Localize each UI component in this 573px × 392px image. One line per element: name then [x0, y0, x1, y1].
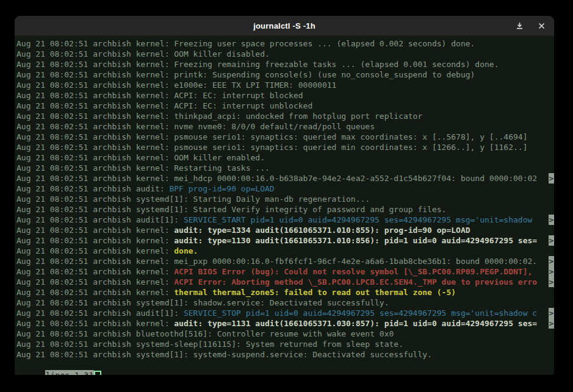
log-segment: Aug 21 08:02:51 archbish systemd[1]: Sta…: [16, 194, 370, 204]
log-segment: Aug 21 08:02:51 archbish systemd[1]: sha…: [16, 298, 389, 307]
log-line: Aug 21 08:02:51 archbish kernel: ACPI Er…: [16, 277, 554, 287]
log-line: Aug 21 08:02:51 archbish kernel: audit: …: [16, 318, 554, 329]
log-line: Aug 21 08:02:51 archbish kernel: ACPI: E…: [16, 101, 554, 111]
log-segment: Aug 21 08:02:51 archbish kernel:: [16, 288, 174, 297]
log-segment: Aug 21 08:02:51 archbish kernel:: [16, 267, 174, 276]
log-segment: Aug 21 08:02:51 archbish kernel:: [16, 226, 174, 235]
download-icon: [516, 22, 524, 30]
log-line: Aug 21 08:02:51 archbish systemd[1]: sys…: [16, 349, 554, 360]
log-segment: Aug 21 08:02:51 archbish kernel:: [16, 246, 174, 255]
log-segment: Aug 21 08:02:51 archbish audit[1]:: [16, 215, 184, 224]
truncation-marker: >: [549, 215, 554, 225]
log-line: Aug 21 08:02:51 archbish kernel: Freezin…: [16, 59, 554, 69]
log-segment: done.: [174, 246, 198, 255]
log-segment: Aug 21 08:02:51 archbish audit:: [16, 184, 169, 193]
log-segment: Aug 21 08:02:51 archbish bluetoothd[516]…: [16, 329, 394, 338]
log-line: Aug 21 08:02:51 archbish audit: BPF prog…: [16, 184, 554, 194]
log-segment: audit: type=1131 audit(1661065371.030:85…: [174, 319, 537, 328]
log-segment: ACPI Error: Aborting method \_SB.PC00.LP…: [174, 277, 537, 287]
truncation-marker: >: [549, 235, 554, 246]
terminal-output: Aug 21 08:02:51 archbish kernel: Freezin…: [16, 38, 554, 360]
log-segment: Aug 21 08:02:51 archbish kernel: OOM kil…: [16, 153, 265, 162]
log-line: Aug 21 08:02:51 archbish kernel: audit: …: [16, 235, 554, 246]
log-line: Aug 21 08:02:51 archbish kernel: done.: [16, 246, 554, 256]
truncation-marker: >: [549, 266, 554, 277]
log-line: Aug 21 08:02:51 archbish kernel: printk:…: [16, 69, 554, 80]
log-line: Aug 21 08:02:51 archbish kernel: OOM kil…: [16, 152, 554, 163]
log-line: Aug 21 08:02:51 archbish kernel: Restart…: [16, 163, 554, 173]
log-segment: Aug 21 08:02:51 archbish kernel: psmouse…: [16, 143, 527, 152]
log-segment: Aug 21 08:02:51 archbish kernel: printk:…: [16, 70, 475, 79]
titlebar-buttons: [513, 16, 548, 35]
log-segment: Aug 21 08:02:51 archbish audit[1]:: [16, 308, 184, 318]
log-line: Aug 21 08:02:51 archbish kernel: thermal…: [16, 287, 554, 298]
log-line: Aug 21 08:02:51 archbish kernel: thinkpa…: [16, 111, 554, 121]
log-segment: Aug 21 08:02:51 archbish kernel: mei_hdc…: [16, 174, 537, 183]
cursor: [94, 371, 101, 375]
log-line: Aug 21 08:02:51 archbish kernel: psmouse…: [16, 132, 554, 142]
log-segment: Aug 21 08:02:51 archbish kernel:: [16, 319, 174, 328]
log-segment: Aug 21 08:02:51 archbish systemd-sleep[1…: [16, 340, 403, 349]
log-line: Aug 21 08:02:51 archbish kernel: mei_pxp…: [16, 256, 554, 266]
pager-status: lines 1-31: [45, 370, 94, 375]
log-segment: thermal thermal_zone5: failed to read ou…: [174, 288, 456, 297]
terminal-window: journalctl -S -1h Aug 21 08:02:51 archbi…: [15, 16, 554, 375]
log-segment: Aug 21 08:02:51 archbish kernel: psmouse…: [16, 132, 527, 141]
download-button[interactable]: [513, 19, 526, 32]
log-segment: Aug 21 08:02:51 archbish kernel: thinkpa…: [16, 112, 422, 121]
log-segment: Aug 21 08:02:51 archbish kernel: OOM kil…: [16, 49, 270, 59]
log-line: Aug 21 08:02:51 archbish kernel: ACPI BI…: [16, 266, 554, 277]
log-segment: ACPI BIOS Error (bug): Could not resolve…: [174, 267, 537, 276]
log-segment: Aug 21 08:02:51 archbish kernel: nvme nv…: [16, 122, 375, 131]
close-icon: [538, 23, 545, 29]
pager-status-row: lines 1-31: [16, 360, 554, 370]
log-segment: audit: type=1334 audit(1661065371.010:85…: [174, 226, 470, 235]
log-segment: Aug 21 08:02:51 archbish kernel: Restart…: [16, 163, 270, 173]
log-line: Aug 21 08:02:51 archbish kernel: ACPI: E…: [16, 90, 554, 101]
titlebar[interactable]: journalctl -S -1h: [15, 16, 554, 36]
log-segment: Aug 21 08:02:51 archbish kernel: e1000e:…: [16, 80, 336, 90]
log-line: Aug 21 08:02:51 archbish kernel: mei_hdc…: [16, 173, 554, 184]
truncation-marker: >: [549, 256, 554, 266]
log-line: Aug 21 08:02:51 archbish kernel: e1000e:…: [16, 80, 554, 90]
truncation-marker: >: [549, 308, 554, 318]
log-line: Aug 21 08:02:51 archbish kernel: psmouse…: [16, 142, 554, 152]
log-segment: SERVICE_START pid=1 uid=0 auid=429496729…: [184, 215, 537, 224]
log-segment: Aug 21 08:02:51 archbish kernel:: [16, 236, 174, 245]
log-line: Aug 21 08:02:51 archbish audit[1]: SERVI…: [16, 308, 554, 318]
log-segment: audit: type=1130 audit(1661065371.010:85…: [174, 236, 537, 245]
window-title: journalctl -S -1h: [253, 21, 315, 30]
log-segment: Aug 21 08:02:51 archbish systemd[1]: Sta…: [16, 205, 446, 214]
terminal-content[interactable]: Aug 21 08:02:51 archbish kernel: Freezin…: [15, 36, 554, 375]
log-line: Aug 21 08:02:51 archbish systemd[1]: Sta…: [16, 204, 554, 215]
log-line: Aug 21 08:02:51 archbish systemd[1]: sha…: [16, 298, 554, 308]
log-line: Aug 21 08:02:51 archbish kernel: Freezin…: [16, 38, 554, 49]
log-segment: Aug 21 08:02:51 archbish kernel: ACPI: E…: [16, 91, 303, 100]
log-segment: BPF prog-id=90 op=LOAD: [169, 184, 274, 193]
log-line: Aug 21 08:02:51 archbish systemd[1]: Sta…: [16, 194, 554, 204]
log-line: Aug 21 08:02:51 archbish kernel: audit: …: [16, 225, 554, 235]
log-line: Aug 21 08:02:51 archbish systemd-sleep[1…: [16, 339, 554, 349]
truncation-marker: >: [549, 173, 554, 184]
log-line: Aug 21 08:02:51 archbish kernel: OOM kil…: [16, 49, 554, 59]
truncation-marker: >: [549, 318, 554, 329]
log-line: Aug 21 08:02:51 archbish kernel: nvme nv…: [16, 121, 554, 132]
log-segment: Aug 21 08:02:51 archbish kernel: Freezin…: [16, 39, 475, 48]
log-line: Aug 21 08:02:51 archbish bluetoothd[516]…: [16, 329, 554, 339]
log-segment: Aug 21 08:02:51 archbish kernel: mei_pxp…: [16, 257, 537, 266]
log-segment: Aug 21 08:02:51 archbish systemd[1]: sys…: [16, 350, 432, 359]
log-segment: Aug 21 08:02:51 archbish kernel: ACPI: E…: [16, 101, 312, 110]
truncation-marker: >: [549, 277, 554, 287]
log-segment: Aug 21 08:02:51 archbish kernel: Freezin…: [16, 60, 499, 69]
log-segment: SERVICE_STOP pid=1 uid=0 auid=4294967295…: [184, 308, 537, 318]
close-button[interactable]: [535, 19, 548, 32]
log-segment: Aug 21 08:02:51 archbish kernel:: [16, 277, 174, 287]
log-line: Aug 21 08:02:51 archbish audit[1]: SERVI…: [16, 215, 554, 225]
